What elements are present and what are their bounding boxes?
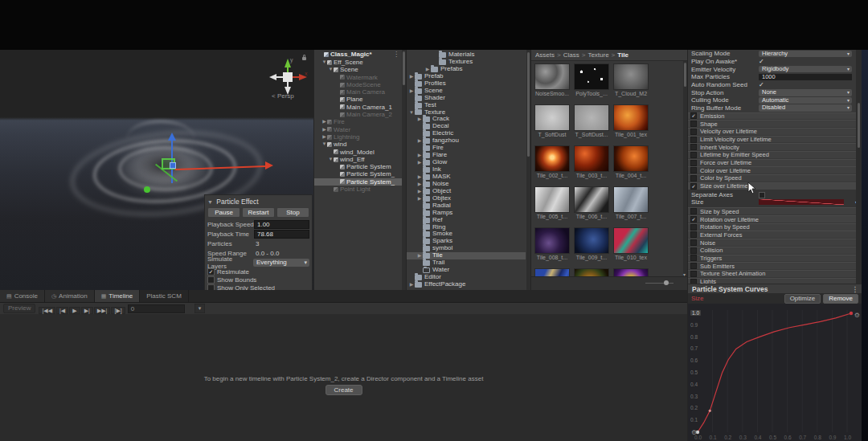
module-limit-velocity-over-lifetime[interactable]: Limit Velocity over Lifetime — [688, 136, 862, 143]
asset-item[interactable]: Tile_010_tex — [613, 227, 649, 261]
module-checkbox[interactable] — [690, 224, 697, 231]
foldout-open-icon[interactable]: ▼ — [321, 59, 327, 66]
resimulate-checkbox[interactable]: ✓ — [207, 268, 215, 276]
module-size-by-speed[interactable]: Size by Speed — [688, 207, 862, 214]
module-external-forces[interactable]: External Forces — [688, 231, 862, 238]
asset-thumbnail[interactable] — [613, 104, 649, 131]
pause-button[interactable]: Pause — [207, 207, 240, 218]
asset-thumbnail[interactable] — [534, 186, 570, 213]
hierarchy-item[interactable]: Main Camera_1 — [314, 104, 406, 111]
thumbnail-zoom-knob[interactable] — [664, 280, 669, 285]
asset-thumbnail[interactable] — [574, 227, 609, 254]
separate-axes-checkbox[interactable] — [759, 192, 765, 198]
kebab-menu-icon[interactable]: ⋮ — [393, 50, 399, 59]
max-particles-input[interactable]: 1000 — [759, 74, 852, 81]
play-range-button[interactable]: [▶] — [111, 307, 125, 314]
show-only-selected-checkbox[interactable] — [207, 284, 215, 291]
asset-thumbnail[interactable] — [613, 186, 649, 213]
hierarchy-scene-row[interactable]: Class_Magic* ⋮ — [314, 50, 406, 59]
module-emission[interactable]: ✓Emission — [688, 112, 862, 120]
asset-thumbnail[interactable] — [534, 63, 570, 90]
tab-console[interactable]: ▤Console — [0, 290, 45, 302]
foldout-closed-icon[interactable]: ▶ — [416, 152, 423, 159]
asset-item[interactable]: PolyTools_... — [574, 63, 609, 97]
remove-button[interactable]: Remove — [823, 294, 858, 304]
scrollbar-thumb[interactable] — [858, 103, 860, 148]
curves-panel-header[interactable]: Particle System Curves ⋮ — [688, 284, 862, 293]
tab-timeline[interactable]: ▦Timeline — [95, 290, 141, 302]
hierarchy-item[interactable]: Watermark — [314, 74, 406, 81]
asset-thumbnail[interactable] — [534, 227, 570, 254]
inspector-scrollbar[interactable] — [856, 50, 862, 284]
project-folder-item[interactable]: Textures — [407, 59, 526, 66]
module-checkbox[interactable] — [690, 175, 697, 182]
hierarchy-item[interactable]: ModeScene — [314, 81, 406, 88]
asset-item[interactable]: Tile_001_tex — [613, 104, 649, 138]
asset-thumbnail[interactable] — [574, 186, 609, 213]
module-checkbox[interactable] — [690, 255, 697, 261]
optimize-button[interactable]: Optimize — [784, 294, 821, 304]
module-checkbox[interactable] — [690, 208, 697, 214]
breadcrumb-item[interactable]: Class — [563, 51, 579, 59]
asset-thumbnail[interactable] — [534, 145, 570, 172]
hierarchy-item[interactable]: Plane — [314, 96, 406, 103]
module-checkbox[interactable] — [690, 152, 697, 158]
module-shape[interactable]: Shape — [688, 120, 862, 127]
scrollbar-thumb[interactable] — [403, 51, 405, 85]
hierarchy-item[interactable]: Particle System_ — [314, 178, 406, 186]
playback-time-input[interactable]: 78.68 — [254, 230, 309, 239]
module-texture-sheet-animation[interactable]: Texture Sheet Animation — [688, 270, 862, 277]
hierarchy-item[interactable]: ▼wind_Eff — [314, 156, 406, 163]
stop-button[interactable]: Stop — [276, 207, 309, 218]
foldout-closed-icon[interactable]: ▶ — [416, 174, 423, 181]
foldout-closed-icon[interactable]: ▶ — [416, 159, 423, 166]
module-checkbox[interactable] — [690, 144, 697, 150]
module-inherit-velocity[interactable]: Inherit Velocity — [688, 143, 862, 150]
hierarchy-item[interactable]: wind_Model — [314, 149, 406, 156]
foldout-open-icon[interactable]: ▼ — [328, 66, 334, 73]
module-sub-emitters[interactable]: Sub Emitters — [688, 262, 862, 269]
module-lifetime-by-emitter-speed[interactable]: Lifetime by Emitter Speed — [688, 151, 862, 158]
foldout-closed-icon[interactable]: ▶ — [416, 181, 423, 188]
asset-item[interactable]: T_SoftDust... — [574, 104, 609, 138]
stop-action-dropdown[interactable]: None▾ — [759, 89, 852, 96]
module-velocity-over-lifetime[interactable]: Velocity over Lifetime — [688, 128, 862, 135]
project-folder-item[interactable]: Water — [407, 267, 526, 274]
asset-item[interactable]: T_SoftDust — [534, 104, 570, 138]
hierarchy-item[interactable]: Point Light — [314, 186, 406, 193]
preview-button[interactable]: Preview — [3, 304, 35, 313]
module-checkbox[interactable]: ✓ — [690, 183, 697, 190]
hierarchy-item[interactable]: ▶Water — [314, 126, 406, 133]
thumbnail-zoom-slider[interactable] — [645, 283, 674, 284]
show-bounds-checkbox[interactable] — [207, 276, 215, 284]
size-curve-preview[interactable] — [759, 199, 844, 205]
asset-item[interactable]: Tile_006_t... — [574, 186, 609, 220]
restart-button[interactable]: Restart — [242, 207, 275, 218]
lock-icon[interactable] — [302, 57, 306, 60]
asset-thumbnail[interactable] — [534, 104, 570, 131]
module-checkbox[interactable] — [690, 160, 697, 166]
foldout-closed-icon[interactable]: ▶ — [408, 88, 415, 95]
tab-plastic-scm[interactable]: Plastic SCM — [140, 290, 189, 302]
breadcrumb-item[interactable]: Assets — [535, 51, 555, 59]
foldout-open-icon[interactable]: ▼ — [321, 141, 327, 148]
asset-thumbnail[interactable] — [613, 227, 649, 254]
asset-thumbnail[interactable] — [574, 104, 609, 131]
breadcrumb-item[interactable]: Texture — [588, 51, 608, 59]
perspective-label[interactable]: < Persp — [272, 92, 294, 100]
simulate-layers-dropdown[interactable]: Everything▾ — [253, 259, 309, 267]
hierarchy-item[interactable]: ▼Eff_Scene — [314, 59, 406, 66]
asset-thumbnail[interactable] — [574, 63, 609, 90]
play-on-awake*-checkbox[interactable]: ✓ — [759, 58, 764, 65]
module-color-over-lifetime[interactable]: Color over Lifetime — [688, 166, 862, 174]
foldout-closed-icon[interactable]: ▶ — [416, 195, 423, 202]
module-triggers[interactable]: Triggers — [688, 255, 862, 262]
foldout-closed-icon[interactable]: ▶ — [321, 126, 327, 133]
foldout-closed-icon[interactable]: ▶ — [408, 281, 415, 288]
asset-thumbnail[interactable] — [613, 63, 649, 90]
module-checkbox[interactable] — [690, 231, 697, 238]
foldout-closed-icon[interactable]: ▶ — [321, 118, 327, 125]
foldout-closed-icon[interactable]: ▶ — [408, 73, 415, 80]
timeline-options-dropdown[interactable]: ▾ — [194, 304, 206, 313]
asset-item[interactable]: Tile_007_t... — [613, 186, 649, 220]
